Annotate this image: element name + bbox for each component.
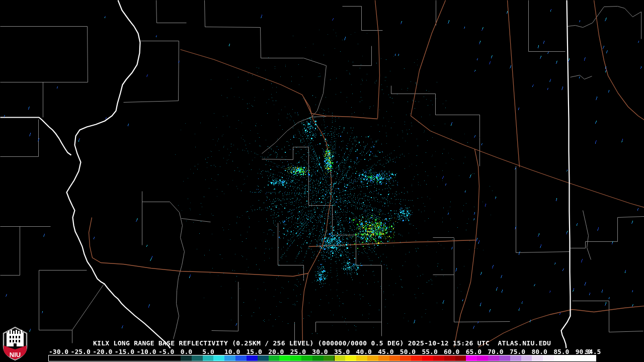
colorbar-tick-label: 75.0 — [510, 348, 525, 355]
colorbar-tick-label: 5.0 — [202, 348, 214, 355]
colorbar-tick-label: 40.0 — [356, 348, 372, 355]
colorbar-segment — [510, 355, 521, 361]
colorbar-segment — [477, 355, 488, 361]
colorbar-segment — [279, 355, 290, 361]
colorbar-tick-label: 60.0 — [444, 348, 459, 355]
colorbar-tick-label: -5.0 — [158, 348, 174, 355]
colorbar-tick-label: 94.5 — [585, 348, 601, 355]
colorbar-segment — [576, 355, 587, 361]
colorbar-segment — [422, 355, 433, 361]
colorbar-tick-label: -15.0 — [115, 348, 134, 355]
product-caption: KILX LONG RANGE BASE REFLECTIVITY (0.25K… — [0, 339, 644, 347]
reflectivity-colorbar — [48, 355, 596, 361]
colorbar-segment — [181, 355, 192, 361]
colorbar-segment — [554, 355, 565, 361]
colorbar-tick-label: 35.0 — [334, 348, 350, 355]
colorbar-segment — [466, 355, 477, 361]
colorbar-segment — [324, 355, 335, 361]
colorbar-segment — [203, 355, 214, 361]
colorbar-segment — [258, 355, 269, 361]
colorbar-tick-label: 15.0 — [247, 348, 262, 355]
colorbar-segment — [565, 355, 576, 361]
colorbar-segment — [247, 355, 258, 361]
colorbar-segment — [444, 355, 455, 361]
radar-map-canvas — [0, 0, 644, 362]
colorbar-segment — [400, 355, 411, 361]
colorbar-segment — [301, 355, 312, 361]
colorbar-segment — [312, 355, 324, 361]
colorbar-segment — [587, 355, 596, 361]
colorbar-tick-label: -10.0 — [136, 348, 156, 355]
colorbar-tick-label: -25.0 — [71, 348, 91, 355]
colorbar-tick-label: 85.0 — [553, 348, 569, 355]
colorbar-tick-label: 70.0 — [488, 348, 503, 355]
colorbar-segment — [543, 355, 554, 361]
colorbar-segment — [235, 355, 247, 361]
radar-app: { "title_bar": { "caption": "KILX LONG R… — [0, 0, 644, 362]
colorbar-segment — [367, 355, 378, 361]
colorbar-segment — [192, 355, 203, 361]
colorbar-segment — [389, 355, 400, 361]
colorbar-segment — [356, 355, 367, 361]
colorbar-segment — [269, 355, 280, 361]
colorbar-segment — [411, 355, 422, 361]
colorbar-segment — [378, 355, 389, 361]
colorbar-tick-label: 45.0 — [378, 348, 393, 355]
colorbar-tick-label: 50.0 — [400, 348, 416, 355]
colorbar-tick-label: 20.0 — [268, 348, 284, 355]
colorbar-segment — [224, 355, 235, 361]
colorbar-tick-label: 25.0 — [290, 348, 306, 355]
colorbar-segment — [532, 355, 543, 361]
colorbar-segment — [433, 355, 444, 361]
colorbar-tick-label: -30.0 — [49, 348, 68, 355]
colorbar-tick-label: 30.0 — [312, 348, 328, 355]
colorbar-tick-label: 10.0 — [224, 348, 240, 355]
colorbar-labels: -30.0-25.0-20.0-15.0-10.0-5.00.05.010.01… — [0, 348, 644, 355]
colorbar-tick-label: -20.0 — [93, 348, 112, 355]
colorbar-tick-label: 65.0 — [466, 348, 481, 355]
colorbar-segment — [499, 355, 510, 361]
colorbar-tick-label: 0.0 — [181, 348, 192, 355]
colorbar-segment — [521, 355, 532, 361]
colorbar-segment — [290, 355, 301, 361]
colorbar-segment — [213, 355, 224, 361]
colorbar-segment — [488, 355, 499, 361]
colorbar-segment — [335, 355, 346, 361]
colorbar-tick-label: 80.0 — [532, 348, 547, 355]
colorbar-segment — [345, 355, 356, 361]
colorbar-tick-label: 55.0 — [422, 348, 437, 355]
colorbar-segment — [455, 355, 466, 361]
